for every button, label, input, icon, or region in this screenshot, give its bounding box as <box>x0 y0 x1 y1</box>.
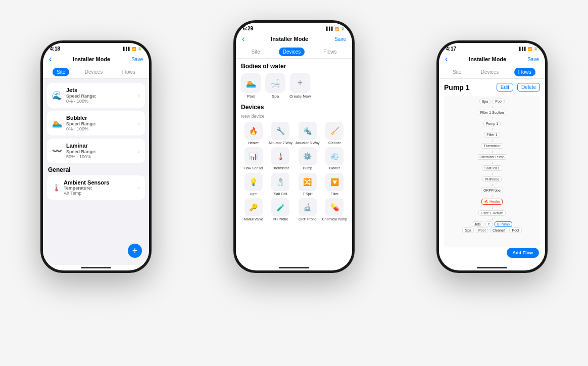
center-back-button[interactable]: ‹ <box>242 34 244 43</box>
flow-thermistor-node: Thermistor <box>481 143 503 149</box>
flow-phprobe-node: PHProbe <box>482 176 502 182</box>
devices-section-title: Devices <box>241 104 347 111</box>
grid-pump[interactable]: ⚙️ Pump <box>295 147 320 170</box>
flow-row-spa-pool: Spa Pool <box>479 99 505 104</box>
spa-body-item[interactable]: 🛁 Spa <box>265 73 285 99</box>
cleaner-icon: 🧹 <box>325 122 344 140</box>
flow-pump1-node: Pump 1 <box>483 121 501 126</box>
ambient-icon: 🌡️ <box>52 184 61 192</box>
left-content: 🌊 Jets Speed Range: 0% - 100% › 🏊 Bubble… <box>43 79 149 265</box>
right-header: ‹ Installer Mode Save <box>439 53 545 66</box>
add-fab-button[interactable]: + <box>128 244 142 258</box>
bubbler-name: Bubbler <box>66 115 96 121</box>
grid-actuator2[interactable]: 🔧 Actuator 2 Way <box>268 122 293 145</box>
create-new-item[interactable]: + Create New <box>289 73 311 99</box>
device-grid: 🔥 Heater 🔧 Actuator 2 Way 🔩 Actuator 3 W… <box>241 122 347 222</box>
center-status-bar: 6:29 ▌▌▌ 📶 🔋 <box>236 23 352 32</box>
center-status-icons: ▌▌▌ 📶 🔋 <box>326 27 345 31</box>
grid-blower[interactable]: 💨 Blower <box>322 147 348 170</box>
actuator2-icon: 🔧 <box>271 122 289 140</box>
grid-filter[interactable]: 🔽 Filter <box>322 173 348 196</box>
left-header: ‹ Installer Mode Save <box>43 53 149 66</box>
grid-flow-sensor[interactable]: 📊 Flow Sensor <box>241 147 266 170</box>
chemical-pump-label: Chemical Pump <box>322 217 347 221</box>
spa-icon: 🛁 <box>265 73 285 93</box>
jets-speed-label: Speed Range: <box>66 94 96 99</box>
delete-button[interactable]: Delete <box>517 83 540 92</box>
grid-thermistor[interactable]: 🌡️ Thermistor <box>268 147 293 170</box>
right-save-button[interactable]: Save <box>527 57 539 62</box>
left-tab-devices[interactable]: Devices <box>81 68 107 76</box>
grid-salt-cell[interactable]: 🧂 Salt Cell <box>268 173 293 196</box>
left-time: 4:18 <box>50 46 60 52</box>
flow-spa-bottom-node: Spa <box>462 227 473 233</box>
center-save-button[interactable]: Save <box>334 36 346 42</box>
flow-bottom-row2: Spa Pool Cleaner Pool <box>462 227 521 233</box>
blower-icon: 💨 <box>325 147 344 165</box>
laminar-card[interactable]: 〰️ Laminar Speed Range: 50% - 100% › <box>47 139 145 163</box>
left-tab-flows[interactable]: Flows <box>118 68 139 76</box>
grid-manul-valve[interactable]: 🔑 Manul Valve <box>241 198 266 221</box>
light-label: Light <box>250 192 257 196</box>
right-phone: 4:17 ▌▌▌ 📶 🔋 ‹ Installer Mode Save Site … <box>436 40 548 273</box>
grid-cleaner[interactable]: 🧹 Cleaner <box>322 122 348 145</box>
flow-sensor-label: Flow Sensor <box>243 166 263 170</box>
flow-b-pump-node: B Pump <box>495 221 512 227</box>
heater-label: Heater <box>248 141 259 145</box>
filter-label: Filter <box>330 192 338 196</box>
jets-speed-val: 0% - 100% <box>66 99 96 104</box>
right-tab-devices[interactable]: Devices <box>477 68 503 76</box>
left-tab-site[interactable]: Site <box>53 68 69 76</box>
left-back-button[interactable]: ‹ <box>49 55 52 64</box>
flow-spa-node: Spa <box>479 99 491 104</box>
right-header-title: Installer Mode <box>469 56 506 62</box>
add-flow-button[interactable]: Add Flow <box>507 248 540 258</box>
flow-filter1-return-node: Filter 1 Return <box>478 210 506 216</box>
bubbler-icon: 🏊 <box>52 118 62 128</box>
create-label: Create New <box>289 94 311 99</box>
center-home-indicator <box>279 267 309 268</box>
chemical-pump-icon: 💊 <box>325 198 344 216</box>
jets-card[interactable]: 🌊 Jets Speed Range: 0% - 100% › <box>47 83 145 108</box>
bubbler-card[interactable]: 🏊 Bubbler Speed Range: 0% - 100% › <box>47 111 145 135</box>
left-status-icons: ▌▌▌ 📶 🔋 <box>123 47 142 51</box>
grid-light[interactable]: 💡 Light <box>241 173 266 196</box>
pool-body-item[interactable]: 🏊 Pool <box>241 73 261 99</box>
flow-pool2-node: Pool <box>509 227 521 233</box>
center-tab-flows[interactable]: Flows <box>319 48 340 56</box>
grid-chemical-pump[interactable]: 💊 Chemical Pump <box>322 198 348 221</box>
grid-actuator3[interactable]: 🔩 Actuator 3 Way <box>295 122 320 145</box>
grid-ph-probe[interactable]: 🧪 PH Probe <box>268 198 293 221</box>
flow-orpprobe-node: ORPProbe <box>481 188 503 193</box>
pool-label: Pool <box>247 94 255 99</box>
orp-probe-icon: 🔬 <box>299 198 317 216</box>
left-phone: 4:18 ▌▌▌ 📶 🔋 ‹ Installer Mode Save Site … <box>40 40 152 273</box>
grid-heater[interactable]: 🔥 Heater <box>241 122 266 145</box>
flow-saltcell-node: SaltCell 1 <box>482 165 502 171</box>
center-content: Bodies of water 🏊 Pool 🛁 Spa + Create Ne… <box>236 59 352 265</box>
ambient-temp-label: Temperature: <box>64 186 109 191</box>
right-tab-flows[interactable]: Flows <box>514 68 535 76</box>
right-back-button[interactable]: ‹ <box>445 55 448 64</box>
right-tab-site[interactable]: Site <box>449 68 465 76</box>
bubbler-speed-label: Speed Range: <box>66 121 96 126</box>
edit-button[interactable]: Edit <box>497 83 513 92</box>
left-save-button[interactable]: Save <box>131 57 143 62</box>
flow-filter1-suction-node: Filter 1 Suction <box>478 110 507 115</box>
left-home-indicator <box>81 267 111 268</box>
center-tab-site[interactable]: Site <box>248 48 264 56</box>
ph-probe-label: PH Probe <box>273 217 288 221</box>
blower-label: Blower <box>329 166 340 170</box>
center-tab-devices[interactable]: Devices <box>279 48 305 56</box>
pool-icon: 🏊 <box>241 73 261 93</box>
ambient-card[interactable]: 🌡️ Ambient Sensors Temperature: Air Temp… <box>47 175 145 200</box>
right-content: Pump 1 Edit Delete Spa Pool ↓ Filter 1 S… <box>439 79 545 265</box>
ambient-name: Ambient Sensors <box>64 179 109 186</box>
right-home-indicator <box>477 267 507 268</box>
thermistor-icon: 🌡️ <box>271 147 289 165</box>
grid-t-split[interactable]: 🔀 T Split <box>295 173 320 196</box>
center-time: 6:29 <box>243 26 253 31</box>
bubbler-speed-val: 0% - 100% <box>66 126 96 131</box>
grid-orp-probe[interactable]: 🔬 ORP Probe <box>295 198 320 221</box>
t-split-label: T Split <box>303 192 313 196</box>
